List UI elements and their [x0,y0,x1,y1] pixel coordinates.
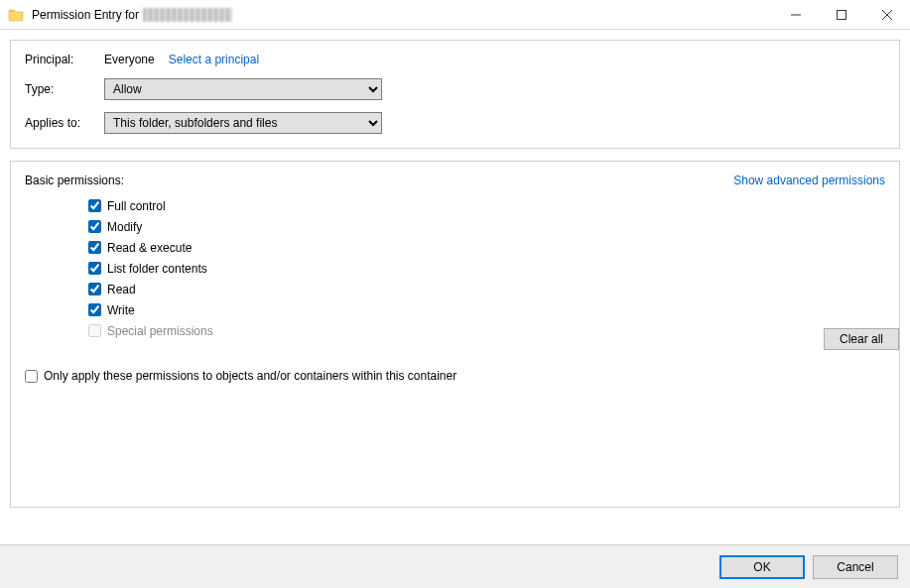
perm-modify-checkbox[interactable] [88,220,101,233]
perm-label: List folder contents [107,262,207,276]
perm-full-control-checkbox[interactable] [88,199,101,212]
perm-full-control[interactable]: Full control [88,195,885,216]
ok-button[interactable]: OK [719,555,805,579]
perm-read-checkbox[interactable] [88,283,101,295]
perm-special: Special permissions [88,320,885,341]
only-apply-label: Only apply these permissions to objects … [44,369,456,383]
only-apply-checkbox[interactable] [25,370,38,383]
window-title-redacted [143,8,232,22]
type-label: Type: [25,82,104,96]
perm-special-checkbox [88,324,101,337]
applies-to-label: Applies to: [25,116,104,130]
show-advanced-link[interactable]: Show advanced permissions [733,174,885,187]
dialog-footer: OK Cancel [0,544,910,588]
perm-read-execute[interactable]: Read & execute [88,237,885,258]
principal-label: Principal: [25,53,104,66]
cancel-button[interactable]: Cancel [813,555,898,579]
perm-read-execute-checkbox[interactable] [88,241,101,254]
type-select[interactable]: Allow [104,78,382,100]
principal-panel: Principal: Everyone Select a principal T… [10,40,900,149]
perm-modify[interactable]: Modify [88,216,885,237]
perm-label: Read & execute [107,241,192,255]
folder-icon [8,7,24,23]
maximize-button[interactable] [819,0,864,30]
perm-list-folder-checkbox[interactable] [88,262,101,275]
svg-rect-1 [838,10,846,19]
perm-write-checkbox[interactable] [88,303,101,316]
close-button[interactable] [864,0,910,30]
perm-label: Write [107,303,135,317]
select-principal-link[interactable]: Select a principal [169,53,259,66]
basic-permissions-label: Basic permissions: [25,174,124,187]
window-title: Permission Entry for [32,8,143,22]
permissions-list: Full control Modify Read & execute List … [88,195,885,341]
perm-label: Special permissions [107,324,213,338]
minimize-button[interactable] [773,0,819,30]
applies-to-select[interactable]: This folder, subfolders and files [104,112,382,134]
perm-label: Modify [107,220,142,234]
permissions-panel: Basic permissions: Show advanced permiss… [10,161,900,508]
perm-label: Full control [107,199,166,213]
clear-all-button[interactable]: Clear all [824,328,899,350]
perm-list-folder[interactable]: List folder contents [88,258,885,279]
titlebar: Permission Entry for [0,0,910,30]
perm-read[interactable]: Read [88,279,885,299]
perm-write[interactable]: Write [88,299,885,320]
principal-value: Everyone [104,53,155,66]
perm-label: Read [107,283,136,296]
